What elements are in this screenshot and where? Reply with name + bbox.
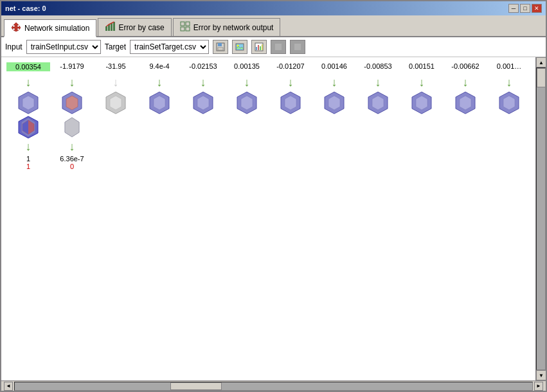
output-val-1: 6.36e-7 bbox=[60, 155, 84, 163]
svg-marker-36 bbox=[328, 96, 340, 110]
close-button[interactable]: ✕ bbox=[532, 4, 542, 13]
neuron-shape-6[interactable] bbox=[278, 91, 303, 115]
svg-marker-32 bbox=[241, 96, 253, 110]
network-display: 0.00354 -1.9179 -31.95 9.4e-4 -0.02153 bbox=[1, 57, 535, 380]
neuron-node-col-8 bbox=[356, 91, 400, 115]
neuron-shape-1[interactable] bbox=[60, 91, 84, 115]
neuron-value-7: 0.00146 bbox=[312, 62, 356, 70]
vscroll-track[interactable] bbox=[536, 67, 546, 370]
tab-error-by-network-output[interactable]: Error by network output bbox=[173, 18, 281, 36]
neuron-col-2: -31.95 bbox=[94, 62, 138, 71]
neuron-col-8: -0.00853 bbox=[356, 62, 400, 71]
hscroll-thumb[interactable] bbox=[170, 382, 222, 390]
neuron-col-5: 0.00135 bbox=[225, 62, 269, 71]
scroll-down-button[interactable]: ▼ bbox=[536, 370, 546, 380]
output-val-col-1: 6.36e-7 bbox=[50, 154, 94, 163]
save-button[interactable] bbox=[213, 40, 228, 54]
target-val-col-0: 1 bbox=[6, 163, 50, 170]
neuron-shape-2[interactable] bbox=[103, 91, 128, 115]
neuron-node-col-1 bbox=[50, 91, 94, 115]
neuron-value-8: -0.00853 bbox=[356, 62, 400, 70]
neuron-node-col-6 bbox=[269, 91, 312, 115]
target-select[interactable]: trainSetTarget.csv bbox=[130, 40, 209, 54]
output-hidden-col bbox=[50, 115, 94, 139]
arrow-col-3: ↓ bbox=[138, 75, 181, 89]
neuron-value-5: 0.00135 bbox=[225, 62, 269, 70]
neuron-shape-0[interactable] bbox=[16, 91, 40, 115]
arrow-col-9: ↓ bbox=[400, 75, 444, 89]
vertical-scrollbar[interactable]: ▲ ▼ bbox=[535, 57, 546, 380]
scroll-left-button[interactable]: ◄ bbox=[4, 382, 13, 391]
svg-rect-5 bbox=[181, 22, 184, 26]
svg-rect-15 bbox=[256, 47, 257, 50]
neuron-col-11: 0.001… bbox=[487, 62, 531, 71]
svg-marker-44 bbox=[503, 96, 515, 110]
svg-marker-34 bbox=[285, 96, 296, 110]
status-bar: ◄ ► bbox=[1, 380, 546, 391]
tab-network-simulation[interactable]: Network simulation bbox=[4, 19, 96, 37]
svg-rect-6 bbox=[186, 22, 190, 26]
main-content: 0.00354 -1.9179 -31.95 9.4e-4 -0.02153 bbox=[1, 57, 546, 380]
neuron-node-col-10 bbox=[444, 91, 487, 115]
neuron-value-9: 0.00151 bbox=[400, 62, 444, 70]
svg-marker-42 bbox=[460, 96, 471, 110]
svg-rect-8 bbox=[186, 27, 190, 31]
output-val-0: 1 bbox=[26, 155, 30, 163]
image-button[interactable] bbox=[232, 40, 247, 54]
neuron-shape-4[interactable] bbox=[191, 91, 215, 115]
svg-marker-50 bbox=[65, 118, 79, 137]
neuron-shape-9[interactable] bbox=[409, 91, 434, 115]
neuron-node-col-9 bbox=[400, 91, 444, 115]
horizontal-scrollbar[interactable]: ◄ ► bbox=[4, 382, 543, 391]
svg-rect-16 bbox=[258, 45, 259, 50]
svg-marker-40 bbox=[416, 96, 427, 110]
input-label: Input bbox=[5, 42, 22, 51]
arrow2-col-0: ↓ bbox=[6, 139, 50, 154]
arrow-down-9: ↓ bbox=[419, 76, 425, 88]
neuron-node-col-4 bbox=[181, 91, 225, 115]
arrow-down-7: ↓ bbox=[332, 76, 337, 88]
neuron-col-4: -0.02153 bbox=[181, 62, 225, 71]
svg-rect-4 bbox=[113, 22, 115, 31]
arrow-down-11: ↓ bbox=[507, 76, 512, 88]
arrow-down-0: ↓ bbox=[26, 76, 31, 88]
maximize-button[interactable]: □ bbox=[520, 4, 530, 13]
neuron-shape-3[interactable] bbox=[147, 91, 172, 115]
output-hidden-neuron[interactable] bbox=[60, 115, 84, 139]
neuron-shape-10[interactable] bbox=[453, 91, 478, 115]
neuron-shape-11[interactable] bbox=[497, 91, 521, 115]
scroll-right-button[interactable]: ► bbox=[534, 382, 543, 391]
title-bar: net - case: 0 ─ □ ✕ bbox=[1, 1, 546, 15]
neuron-node-col-2 bbox=[94, 91, 138, 115]
next-button[interactable] bbox=[290, 40, 305, 54]
scroll-up-button[interactable]: ▲ bbox=[536, 57, 546, 67]
target-val-col-1: 0 bbox=[50, 163, 94, 170]
neuron-col-10: -0.00662 bbox=[444, 62, 487, 71]
tab-error-by-case[interactable]: Error by case bbox=[98, 18, 171, 36]
svg-marker-28 bbox=[154, 96, 165, 110]
target-val-1: 0 bbox=[70, 163, 74, 170]
svg-marker-0 bbox=[12, 22, 21, 31]
svg-rect-10 bbox=[218, 43, 222, 46]
svg-rect-20 bbox=[294, 44, 301, 50]
arrow-down-3: ↓ bbox=[157, 76, 163, 88]
hscroll-track[interactable] bbox=[14, 382, 533, 391]
arrow-down-2: ↓ bbox=[113, 76, 119, 88]
content-area: 0.00354 -1.9179 -31.95 9.4e-4 -0.02153 bbox=[1, 57, 535, 380]
neuron-shape-bottom-0[interactable] bbox=[16, 115, 40, 139]
network-simulation-icon bbox=[11, 22, 21, 34]
arrow-col-6: ↓ bbox=[269, 75, 312, 89]
vscroll-thumb[interactable] bbox=[537, 68, 546, 87]
input-select[interactable]: trainSetInput.csv bbox=[26, 40, 101, 54]
main-window: net - case: 0 ─ □ ✕ Network simulation bbox=[0, 0, 547, 392]
minimize-button[interactable]: ─ bbox=[508, 4, 519, 13]
neuron-shape-8[interactable] bbox=[366, 91, 390, 115]
prev-button[interactable] bbox=[271, 40, 286, 54]
arrow-col-5: ↓ bbox=[225, 75, 269, 89]
neuron-shape-5[interactable] bbox=[235, 91, 259, 115]
neuron-shape-7[interactable] bbox=[322, 91, 346, 115]
arrows-second-row: ↓ ↓ bbox=[6, 139, 530, 154]
output-values-row: 1 6.36e-7 bbox=[6, 154, 530, 163]
chart-button[interactable] bbox=[251, 40, 267, 54]
output-neurons-row bbox=[6, 115, 530, 139]
